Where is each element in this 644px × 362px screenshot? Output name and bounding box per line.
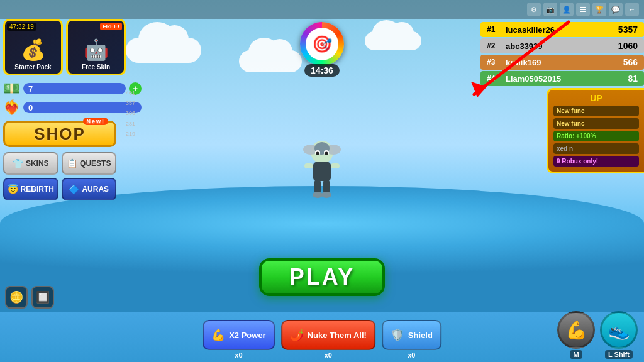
shop-label: SHOP — [34, 124, 86, 144]
shoe-ability[interactable]: 👟 L Shift — [600, 311, 638, 359]
update-item-1: New func — [553, 106, 639, 116]
nuke-icon: 🌶️ — [290, 328, 304, 342]
muscle-icon: 💪 — [565, 320, 587, 341]
lb-score-1: 5357 — [618, 25, 638, 35]
update-item-3: Ratio: +100% — [553, 131, 639, 141]
right-abilities: 💪 M 👟 L Shift — [557, 311, 638, 359]
lb-name-3: krolik169 — [506, 58, 623, 67]
player-character — [297, 138, 347, 224]
lb-score-3: 566 — [623, 57, 638, 67]
svg-rect-14 — [323, 180, 330, 194]
auras-button[interactable]: 🔷 AURAS — [62, 178, 117, 200]
currency-row-cash: 💵 7 + — [3, 80, 142, 97]
svg-rect-10 — [313, 162, 331, 181]
shield-count: x0 — [408, 351, 415, 359]
lives-icon: ❤️‍🔥 — [3, 99, 20, 116]
nuke-label: Nuke Them All! — [308, 331, 367, 340]
svg-point-8 — [316, 152, 319, 155]
skins-icon: 👕 — [13, 158, 23, 168]
play-label: PLAY — [289, 264, 355, 290]
back-icon[interactable]: ← — [625, 3, 639, 16]
svg-point-15 — [313, 192, 323, 198]
muscle-ability[interactable]: 💪 M — [557, 311, 595, 359]
quests-icon: 📋 — [67, 158, 77, 168]
nuke-ability[interactable]: 🌶️ Nuke Them All! x0 — [281, 320, 375, 359]
leaderboard-row-2: #2 abc33939 1060 — [480, 38, 644, 53]
currency-row-lives: ❤️‍🔥 0 — [3, 99, 142, 116]
leaderboard-row-3: #3 krolik169 566 — [480, 55, 644, 70]
cloud-3 — [365, 31, 421, 50]
shield-label: Shield — [408, 331, 433, 340]
shield-button[interactable]: 🛡️ Shield — [382, 320, 441, 350]
x2power-button[interactable]: 💪 X2 Power — [203, 320, 275, 350]
cash-bar: 7 — [23, 83, 126, 94]
quests-button[interactable]: 📋 QUESTS — [62, 152, 117, 175]
shop-new-badge: New! — [83, 118, 108, 125]
bottom-left-icons: 🪙 🔲 — [5, 286, 54, 309]
shoe-button[interactable]: 👟 — [600, 311, 638, 349]
rebirth-label: REBIRTH — [21, 185, 54, 194]
settings-icon[interactable]: ⚙ — [527, 3, 541, 16]
store-item-skin[interactable]: FREE! 🤖 Free Skin — [66, 19, 126, 75]
x2power-icon: 💪 — [211, 328, 225, 342]
rebirth-button[interactable]: 😇 REBIRTH — [3, 178, 58, 200]
lives-bar: 0 — [23, 102, 142, 113]
update-item-5: 9 Robux only! — [553, 156, 639, 167]
top-bar-icons: ⚙ 📷 👤 ☰ 🏆 💬 ← — [527, 3, 639, 16]
lb-rank-3: #3 — [487, 58, 506, 67]
store-item-free-badge: FREE! — [100, 23, 122, 30]
right-panel: UP New func New func Ratio: +100% xed n … — [547, 88, 644, 173]
muscle-label: M — [570, 350, 582, 359]
update-item-2: New func — [553, 118, 639, 129]
ability-bar: 💪 X2 Power x0 🌶️ Nuke Them All! x0 🛡️ Sh… — [203, 320, 441, 359]
nuke-button[interactable]: 🌶️ Nuke Them All! — [281, 320, 375, 350]
shield-ability[interactable]: 🛡️ Shield x0 — [382, 320, 441, 359]
store-timer: 47:32:19 — [7, 23, 36, 31]
leaderboard-row-1: #1 lucaskiller26 5357 — [480, 22, 644, 37]
coin-icon-button[interactable]: 🪙 — [5, 286, 28, 309]
lb-name-2: abc33939 — [506, 41, 618, 51]
leaderboard: #1 lucaskiller26 5357 #2 abc33939 1060 #… — [480, 22, 644, 87]
cloud-2 — [239, 50, 302, 72]
store-item-icon-starter: 💰 — [21, 38, 46, 62]
shoe-icon: 👟 — [608, 320, 630, 341]
x2power-count: x0 — [235, 351, 242, 359]
store-item-label-starter: Starter Pack — [14, 63, 51, 70]
timer-circle: 🎯 — [300, 22, 344, 66]
lb-score-4: 81 — [628, 74, 638, 84]
update-title: UP — [553, 93, 639, 103]
top-bar: ⚙ 📷 👤 ☰ 🏆 💬 ← — [0, 0, 644, 19]
quests-label: QUESTS — [80, 159, 111, 168]
store-item-icon-skin: 🤖 — [84, 38, 109, 62]
play-button[interactable]: PLAY — [259, 258, 385, 296]
lb-name-4: Liam05052015 — [506, 74, 628, 84]
nuke-count: x0 — [325, 351, 332, 359]
x2power-ability[interactable]: 💪 X2 Power x0 — [203, 320, 275, 359]
muscle-button[interactable]: 💪 — [557, 311, 595, 349]
menu-icon[interactable]: ☰ — [576, 3, 590, 16]
lb-rank-4: #4 — [487, 74, 506, 83]
shield-icon: 🛡️ — [391, 328, 404, 342]
avatar-icon[interactable]: 👤 — [560, 3, 574, 16]
leaderboard-row-4: #4 Liam05052015 81 — [480, 71, 644, 86]
skins-button[interactable]: 👕 SKINS — [3, 152, 58, 175]
lb-rank-1: #1 — [487, 25, 506, 34]
leaderboard-icon[interactable]: 🏆 — [592, 3, 606, 16]
cash-value: 7 — [28, 84, 33, 94]
svg-rect-11 — [304, 163, 313, 168]
store-item-starter[interactable]: 47:32:19 💰 Starter Pack — [3, 19, 63, 75]
left-panel: 47:32:19 💰 Starter Pack FREE! 🤖 Free Ski… — [3, 19, 142, 200]
svg-rect-12 — [331, 163, 340, 168]
auras-label: AURAS — [82, 185, 109, 194]
lives-value: 0 — [28, 103, 33, 112]
store-items: 47:32:19 💰 Starter Pack FREE! 🤖 Free Ski… — [3, 19, 142, 75]
x2power-label: X2 Power — [229, 331, 266, 340]
store-item-label-skin: Free Skin — [82, 63, 110, 70]
screenshot-icon[interactable]: 📷 — [543, 3, 557, 16]
action-buttons-grid: 👕 SKINS 📋 QUESTS 😇 REBIRTH 🔷 AURAS — [3, 152, 116, 200]
cash-icon: 💵 — [3, 80, 20, 97]
shop-button[interactable]: SHOP New! — [3, 121, 116, 147]
grid-icon-button[interactable]: 🔲 — [31, 286, 54, 309]
svg-rect-13 — [314, 180, 321, 194]
chat-icon[interactable]: 💬 — [609, 3, 623, 16]
